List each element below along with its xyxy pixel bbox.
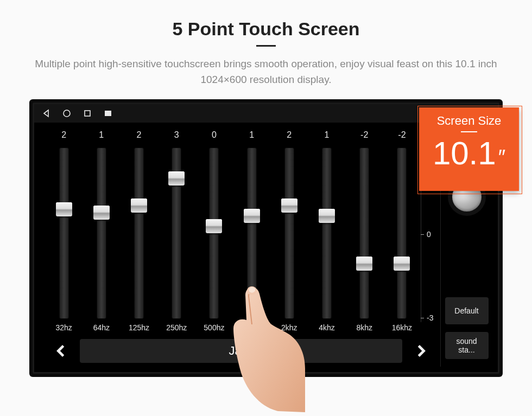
- eq-slider[interactable]: [284, 148, 294, 319]
- slider-thumb[interactable]: [394, 257, 410, 271]
- eq-band-2khz: 2 2khz: [270, 130, 308, 335]
- band-value: 2: [137, 130, 142, 143]
- band-value: 1: [99, 130, 104, 143]
- eq-band-16khz: -2 16khz: [383, 130, 421, 335]
- preset-selector: Jazz: [42, 335, 440, 367]
- default-button[interactable]: Default: [445, 297, 489, 324]
- band-freq-label: 2khz: [281, 323, 297, 335]
- recent-apps-icon[interactable]: [83, 109, 92, 118]
- slider-thumb[interactable]: [168, 171, 185, 185]
- screen-size-badge: Screen Size 10.1″: [419, 107, 519, 191]
- slider-thumb[interactable]: [131, 199, 147, 213]
- sound-stage-button[interactable]: sound sta...: [445, 332, 489, 359]
- scale-tick: -3: [421, 313, 440, 322]
- band-value: 3: [174, 130, 179, 143]
- preset-label[interactable]: Jazz: [80, 339, 402, 363]
- page-title: 5 Point Touch Screen: [0, 0, 532, 40]
- svg-rect-2: [105, 111, 111, 116]
- slider-thumb[interactable]: [319, 209, 335, 223]
- eq-slider[interactable]: [359, 148, 369, 319]
- eq-slider[interactable]: [322, 148, 332, 319]
- slider-thumb[interactable]: [356, 257, 372, 271]
- badge-title: Screen Size: [437, 114, 502, 128]
- band-value: -2: [398, 130, 406, 143]
- eq-band-64hz: 1 64hz: [83, 130, 120, 335]
- back-icon[interactable]: [42, 109, 50, 118]
- band-freq-label: 8khz: [356, 323, 372, 335]
- band-value: 1: [249, 130, 254, 143]
- band-value: 1: [325, 130, 330, 143]
- band-freq-label: 1khz: [244, 323, 260, 335]
- eq-slider[interactable]: [209, 148, 219, 319]
- picture-icon[interactable]: [104, 109, 112, 118]
- band-freq-label: 125hz: [129, 323, 149, 335]
- preset-next-button[interactable]: [412, 342, 430, 360]
- band-freq-label: 16khz: [392, 323, 412, 335]
- slider-thumb[interactable]: [206, 219, 222, 233]
- slider-thumb[interactable]: [93, 206, 110, 220]
- home-icon[interactable]: [62, 109, 71, 118]
- slider-thumb[interactable]: [56, 202, 72, 216]
- band-value: -2: [360, 130, 368, 143]
- slider-thumb[interactable]: [244, 209, 260, 223]
- eq-band-250hz: 3 250hz: [158, 130, 195, 335]
- badge-underline: [461, 131, 477, 132]
- eq-band-32hz: 2 32hz: [45, 130, 83, 335]
- eq-slider[interactable]: [134, 148, 144, 319]
- svg-rect-1: [85, 111, 90, 116]
- eq-band-1khz: 1 1khz: [233, 130, 270, 335]
- eq-slider[interactable]: [97, 148, 106, 319]
- slider-thumb[interactable]: [281, 199, 297, 213]
- eq-slider[interactable]: [172, 148, 181, 319]
- preset-prev-button[interactable]: [52, 342, 70, 360]
- equalizer-panel: 2 32hz 1 64hz 2 125hz 3 250hz: [42, 127, 440, 367]
- scale-tick: 0: [421, 230, 440, 239]
- badge-value: 10.1″: [433, 135, 505, 172]
- band-value: 0: [212, 130, 217, 143]
- eq-band-4khz: 1 4khz: [308, 130, 345, 335]
- equalizer-sliders: 2 32hz 1 64hz 2 125hz 3 250hz: [42, 127, 440, 335]
- eq-band-125hz: 2 125hz: [120, 130, 157, 335]
- eq-slider[interactable]: [247, 148, 257, 319]
- band-value: 2: [61, 130, 66, 143]
- band-freq-label: 4khz: [319, 323, 335, 335]
- band-freq-label: 250hz: [166, 323, 187, 335]
- eq-slider[interactable]: [397, 148, 407, 319]
- page-subtitle: Multiple point high-sensitive touchscree…: [0, 56, 532, 103]
- headline-underline: [256, 45, 276, 47]
- eq-band-500hz: 0 500hz: [195, 130, 233, 335]
- eq-band-8khz: -2 8khz: [346, 130, 383, 335]
- band-freq-label: 500hz: [204, 323, 224, 335]
- eq-slider[interactable]: [59, 148, 69, 319]
- svg-point-0: [64, 110, 70, 117]
- band-freq-label: 64hz: [93, 323, 110, 335]
- band-freq-label: 32hz: [55, 323, 72, 335]
- band-value: 2: [287, 130, 292, 143]
